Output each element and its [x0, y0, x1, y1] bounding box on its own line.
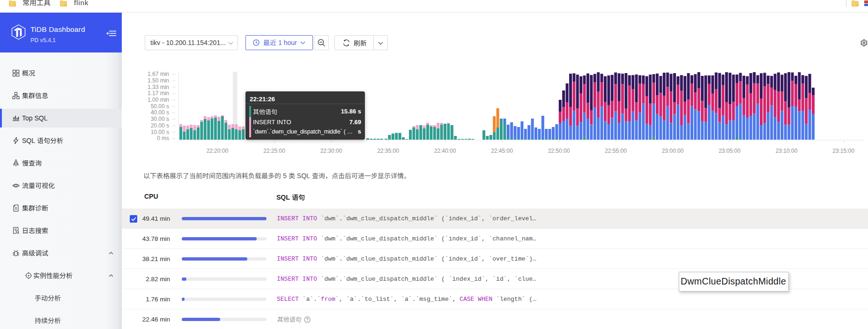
svg-text:1.50 min: 1.50 min — [148, 77, 169, 84]
svg-text:20.00 s: 20.00 s — [151, 122, 169, 129]
svg-text:1.33 min: 1.33 min — [148, 84, 169, 90]
svg-text:22:50:00: 22:50:00 — [548, 148, 570, 154]
svg-text:1.17 min: 1.17 min — [148, 90, 169, 97]
svg-text:0 ms: 0 ms — [157, 135, 169, 142]
svg-text:1.00 min: 1.00 min — [148, 97, 169, 103]
svg-text:50.00 s: 50.00 s — [151, 103, 169, 110]
svg-text:23:05:00: 23:05:00 — [719, 148, 741, 154]
svg-text:22:30:00: 22:30:00 — [320, 148, 342, 154]
svg-text:23:15:00: 23:15:00 — [832, 148, 854, 154]
svg-text:23:00:00: 23:00:00 — [662, 148, 684, 154]
svg-text:30.00 s: 30.00 s — [151, 116, 169, 122]
svg-text:22:40:00: 22:40:00 — [434, 148, 456, 154]
svg-text:22:25:00: 22:25:00 — [263, 148, 285, 154]
svg-text:23:10:00: 23:10:00 — [776, 148, 798, 154]
svg-text:22:55:00: 22:55:00 — [605, 148, 627, 154]
svg-text:40.00 s: 40.00 s — [151, 109, 169, 116]
svg-text:22:35:00: 22:35:00 — [377, 148, 399, 154]
svg-text:1.67 min: 1.67 min — [148, 71, 169, 77]
svg-text:22:20:00: 22:20:00 — [207, 148, 229, 154]
svg-text:22:45:00: 22:45:00 — [491, 148, 513, 154]
svg-text:10.00 s: 10.00 s — [151, 129, 169, 135]
